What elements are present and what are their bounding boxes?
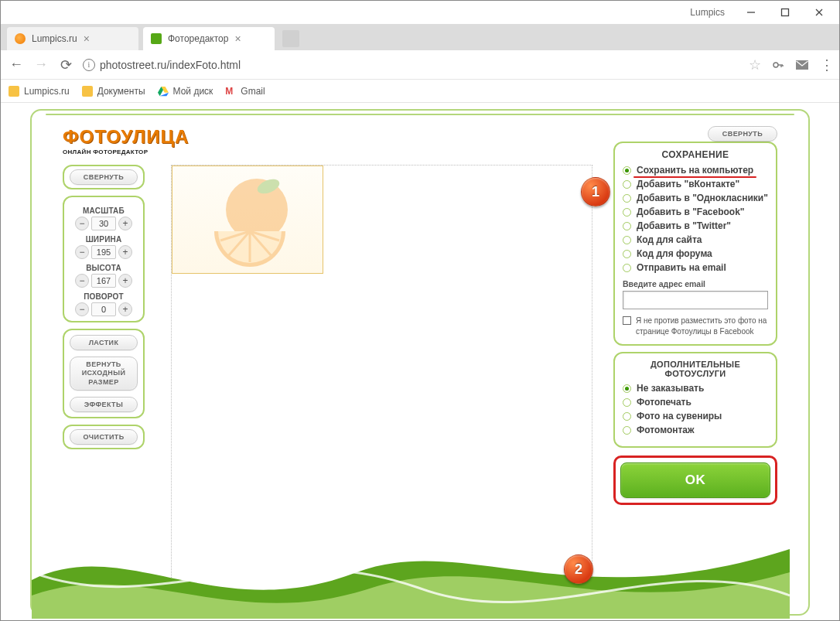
extra-title: ДОПОЛНИТЕЛЬНЫЕ ФОТОУСЛУГИ (623, 360, 768, 378)
consent-row[interactable]: Я не против разместить это фото на стран… (623, 316, 768, 336)
ok-highlight-frame: OK (613, 456, 777, 505)
scale-minus-button[interactable]: − (75, 217, 89, 230)
decorative-border (46, 114, 794, 115)
url-text: photostreet.ru/indexFoto.html (100, 59, 241, 71)
height-stepper: − 167 + (69, 274, 138, 288)
menu-icon[interactable]: ⋮ (820, 56, 831, 73)
restore-line1: ВЕРНУТЬ (86, 360, 121, 368)
bookmark-label: Gmail (241, 86, 265, 97)
email-input[interactable] (623, 291, 768, 309)
bookmark-gmail[interactable]: MGmail (225, 86, 265, 97)
restore-size-button[interactable]: ВЕРНУТЬ ИСХОДНЫЙ РАЗМЕР (70, 357, 138, 391)
page-content: ФОТОУЛИЦА ОНЛАЙН ФОТОРЕДАКТОР СВЕРНУТЬ М… (1, 103, 839, 620)
extra-option-label: Фотомонтаж (637, 425, 695, 435)
favicon-icon (151, 33, 162, 44)
save-option-pc[interactable]: Сохранить на компьютер (623, 165, 768, 176)
favicon-icon (15, 33, 26, 44)
clear-button[interactable]: ОЧИСТИТЬ (70, 429, 138, 445)
bookmark-star-icon[interactable]: ☆ (749, 56, 761, 73)
bookmark-label: Lumpics.ru (24, 86, 70, 97)
save-option-label: Сохранить на компьютер (637, 165, 753, 176)
checkbox-icon[interactable] (623, 316, 631, 325)
eraser-button[interactable]: ЛАСТИК (70, 335, 138, 350)
save-option-forum[interactable]: Код для форума (623, 248, 768, 259)
save-option-vk[interactable]: Добавить "вКонтакте" (623, 179, 768, 189)
rotate-plus-button[interactable]: + (118, 302, 132, 316)
right-collapse-button[interactable]: СВЕРНУТЬ (708, 126, 777, 142)
reload-button[interactable]: ⟳ (58, 56, 73, 73)
width-plus-button[interactable]: + (118, 245, 132, 259)
scale-value[interactable]: 30 (91, 217, 116, 230)
restore-line2: ИСХОДНЫЙ (82, 369, 126, 377)
effects-button[interactable]: ЭФФЕКТЫ (70, 397, 138, 412)
tab-photoeditor[interactable]: Фоторедактор × (143, 27, 275, 50)
browser-window: Lumpics Lumpics.ru × Фоторедактор × ← → … (0, 0, 840, 621)
new-tab-button[interactable] (282, 30, 299, 47)
canvas-area[interactable] (171, 165, 592, 593)
height-value[interactable]: 167 (91, 274, 116, 288)
close-button[interactable] (802, 2, 836, 23)
mail-icon[interactable] (795, 60, 809, 70)
left-collapse-box: СВЕРНУТЬ (63, 165, 145, 189)
ok-button[interactable]: OK (620, 462, 770, 498)
height-plus-button[interactable]: + (118, 274, 132, 288)
tab-close-icon[interactable]: × (234, 32, 241, 45)
editor-frame: ФОТОУЛИЦА ОНЛАЙН ФОТОРЕДАКТОР СВЕРНУТЬ М… (30, 109, 810, 616)
extra-option-label: Фото на сувениры (637, 411, 722, 421)
width-value[interactable]: 195 (91, 245, 116, 259)
svg-point-4 (773, 63, 778, 67)
rotate-minus-button[interactable]: − (75, 302, 89, 316)
drive-icon (158, 86, 169, 97)
radio-icon (623, 412, 631, 421)
left-tools-box: ЛАСТИК ВЕРНУТЬ ИСХОДНЫЙ РАЗМЕР ЭФФЕКТЫ (63, 329, 145, 418)
address-bar: ← → ⟳ i photostreet.ru/indexFoto.html ☆ … (1, 50, 839, 80)
back-button[interactable]: ← (9, 56, 24, 73)
tab-lumpics[interactable]: Lumpics.ru × (7, 27, 138, 50)
save-option-site[interactable]: Код для сайта (623, 234, 768, 245)
minimize-button[interactable] (734, 2, 768, 23)
radio-icon (623, 384, 631, 393)
left-clear-box: ОЧИСТИТЬ (63, 425, 145, 449)
extra-option-montage[interactable]: Фотомонтаж (623, 425, 768, 435)
bookmark-drive[interactable]: Мой диск (158, 86, 213, 97)
save-option-tw[interactable]: Добавить в "Twitter" (623, 220, 768, 231)
logo: ФОТОУЛИЦА ОНЛАЙН ФОТОРЕДАКТОР (63, 126, 189, 155)
collapse-button[interactable]: СВЕРНУТЬ (70, 169, 138, 185)
radio-icon (623, 222, 631, 230)
svg-rect-1 (782, 9, 789, 16)
tab-label: Фоторедактор (168, 33, 228, 44)
height-minus-button[interactable]: − (75, 274, 89, 288)
right-panel: СВЕРНУТЬ СОХРАНЕНИЕ Сохранить на компьют… (613, 126, 777, 505)
email-label: Введите адрес email (623, 279, 768, 288)
key-icon[interactable] (772, 59, 784, 71)
scale-stepper: − 30 + (69, 217, 138, 230)
forward-button[interactable]: → (33, 56, 49, 73)
bookmark-docs[interactable]: Документы (82, 86, 145, 97)
width-label: ШИРИНА (69, 235, 138, 244)
scale-label: МАСШТАБ (69, 206, 138, 215)
radio-icon (623, 180, 631, 189)
extra-option-print[interactable]: Фотопечать (623, 397, 768, 408)
url-field[interactable]: i photostreet.ru/indexFoto.html (83, 59, 739, 71)
extra-option-none[interactable]: Не заказывать (623, 383, 768, 394)
save-option-fb[interactable]: Добавить в "Facebook" (623, 206, 768, 217)
extra-option-souvenir[interactable]: Фото на сувениры (623, 411, 768, 421)
maximize-button[interactable] (768, 2, 802, 23)
image-placeholder[interactable] (172, 165, 323, 274)
tab-strip: Lumpics.ru × Фоторедактор × (1, 24, 839, 50)
radio-icon (623, 166, 631, 175)
window-title: Lumpics (690, 7, 725, 18)
tab-close-icon[interactable]: × (84, 32, 90, 45)
scale-plus-button[interactable]: + (118, 217, 132, 230)
rotate-label: ПОВОРОТ (69, 292, 138, 301)
save-option-label: Код для форума (637, 248, 712, 259)
save-option-ok[interactable]: Добавить в "Однокласники" (623, 193, 768, 203)
save-option-email[interactable]: Отправить на email (623, 262, 768, 273)
width-minus-button[interactable]: − (75, 245, 89, 259)
consent-text: Я не против разместить это фото на стран… (636, 316, 768, 336)
site-info-icon[interactable]: i (83, 59, 95, 71)
save-option-label: Добавить в "Twitter" (637, 220, 731, 231)
window-titlebar: Lumpics (1, 1, 839, 24)
rotate-value[interactable]: 0 (91, 302, 116, 316)
bookmark-lumpics[interactable]: Lumpics.ru (9, 86, 70, 97)
